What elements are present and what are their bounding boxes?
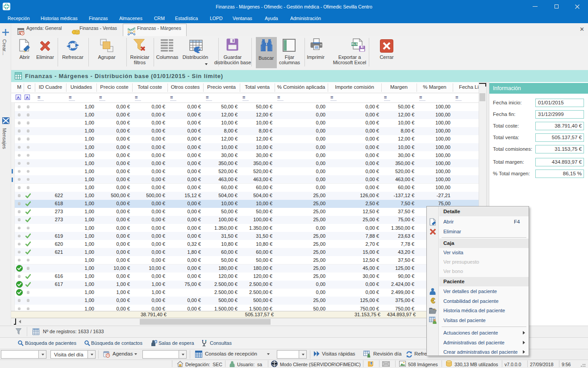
svg-text:€: € xyxy=(431,297,435,305)
